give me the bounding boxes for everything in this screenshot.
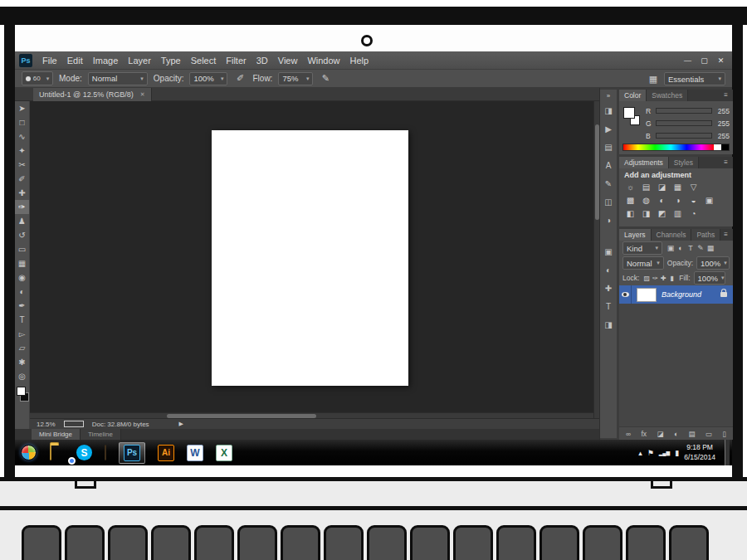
layers-footer-icon[interactable]: ▤ <box>688 430 695 438</box>
panel-tab[interactable]: Channels <box>652 229 692 241</box>
close-tab-icon[interactable]: ✕ <box>140 91 145 98</box>
eyedropper-tool[interactable]: ✐ <box>15 172 29 186</box>
flow-select[interactable]: 75%▾ <box>278 72 313 85</box>
show-desktop-button[interactable] <box>725 440 730 465</box>
history-brush-tool[interactable]: ↺ <box>15 228 29 242</box>
workspace-select[interactable]: Essentials▾ <box>664 72 725 85</box>
taskbar-minecraft[interactable] <box>105 446 106 460</box>
blur-tool[interactable]: ◉ <box>15 270 29 285</box>
panel-tab[interactable]: Adjustments <box>619 157 669 168</box>
adjustment-icon[interactable]: ◨ <box>640 208 652 219</box>
menu-item[interactable]: 3D <box>251 56 273 66</box>
adjustment-icon[interactable]: ▽ <box>687 182 700 192</box>
eraser-tool[interactable]: ▭ <box>15 242 29 256</box>
adjustment-icon[interactable]: ▦ <box>671 182 684 192</box>
type-tool[interactable]: T <box>15 313 29 327</box>
layer-filter-icon[interactable]: ▣ <box>666 244 676 252</box>
panel-icon[interactable]: ◫ <box>600 192 617 211</box>
menu-item[interactable]: File <box>37 56 62 66</box>
filter-kind-select[interactable]: Kind▾ <box>622 241 662 255</box>
healing-brush-tool[interactable]: ✚ <box>15 186 29 200</box>
panel-tab[interactable]: Layers <box>619 229 652 241</box>
channel-value[interactable]: 255 <box>715 119 730 128</box>
tray-expand-icon[interactable]: ▴ <box>638 449 642 457</box>
layer-filter-icon[interactable]: ▦ <box>706 244 715 252</box>
adjustment-icon[interactable]: ◩ <box>656 208 668 219</box>
panel-icon[interactable]: ◨ <box>600 101 617 119</box>
layer-row-background[interactable]: Background <box>619 285 733 304</box>
panel-icon[interactable]: ▤ <box>600 138 617 156</box>
fill-select[interactable]: 100%▾ <box>694 271 725 285</box>
collapse-panels-icon[interactable]: » <box>600 90 617 101</box>
panel-tab[interactable]: Styles <box>669 157 699 168</box>
battery-icon[interactable]: ▮ <box>675 449 679 457</box>
menu-item[interactable]: Help <box>345 56 374 66</box>
vertical-scrollbar[interactable] <box>593 101 599 418</box>
adjustment-icon[interactable]: ◍ <box>640 195 652 206</box>
status-menu-arrow-icon[interactable]: ▶ <box>179 421 183 427</box>
channel-slider[interactable] <box>656 120 712 126</box>
adjustment-icon[interactable]: ▩ <box>624 195 637 206</box>
lock-icon[interactable]: ✑ <box>651 275 659 282</box>
adjustment-icon[interactable]: ◐ <box>656 195 668 206</box>
panel-icon[interactable]: ◑ <box>600 211 617 229</box>
panel-icon[interactable]: ◨ <box>600 315 617 334</box>
brush-preset-picker[interactable]: 60 ▾ <box>22 71 53 85</box>
panel-icon[interactable]: ✎ <box>600 174 617 192</box>
restore-button[interactable]: ▢ <box>697 55 711 66</box>
minimize-button[interactable]: — <box>681 55 695 66</box>
adjustment-icon[interactable]: ◧ <box>624 208 637 219</box>
panel-tab[interactable]: Color <box>619 90 647 101</box>
panel-icon[interactable]: ▶ <box>600 119 617 138</box>
taskbar-clock[interactable]: 9:18 PM 6/15/2014 <box>684 443 715 461</box>
menu-item[interactable]: Window <box>302 56 344 66</box>
lock-icon[interactable]: ▨ <box>642 275 651 282</box>
horizontal-scrollbar[interactable] <box>30 412 593 418</box>
channel-slider[interactable] <box>656 108 712 114</box>
eye-icon[interactable] <box>622 292 629 297</box>
channel-value[interactable]: 255 <box>715 132 730 140</box>
gradient-tool[interactable]: ▦ <box>15 256 29 270</box>
taskbar-explorer[interactable] <box>50 446 51 460</box>
layers-footer-icon[interactable]: ▯ <box>722 430 726 438</box>
clone-stamp-tool[interactable]: ♟ <box>15 214 29 228</box>
menu-item[interactable]: View <box>273 56 303 66</box>
menu-item[interactable]: Filter <box>221 56 251 66</box>
adjustment-icon[interactable]: ▤ <box>640 182 652 192</box>
path-select-tool[interactable]: ▻ <box>15 327 29 341</box>
panel-menu-icon[interactable]: ≡ <box>720 91 731 99</box>
lock-icon[interactable]: ✚ <box>659 275 667 282</box>
layers-footer-icon[interactable]: ◪ <box>657 430 663 438</box>
bottom-tab[interactable]: Mini Bridge <box>32 429 81 440</box>
adjustment-icon[interactable]: ◑ <box>671 195 684 206</box>
action-center-flag-icon[interactable]: ⚑ <box>647 449 654 457</box>
layers-footer-icon[interactable]: fx <box>641 430 647 438</box>
lock-icon[interactable]: ▮ <box>667 275 676 282</box>
color-spectrum-ramp[interactable] <box>622 144 730 151</box>
panel-tab[interactable]: Swatches <box>647 90 688 101</box>
panel-icon[interactable]: ✚ <box>600 279 617 297</box>
adjustment-icon[interactable]: ◔ <box>687 208 700 219</box>
foreground-color-swatch[interactable] <box>623 107 635 119</box>
opacity-select[interactable]: 100%▾ <box>189 72 227 85</box>
channel-value[interactable]: 255 <box>715 107 730 115</box>
brush-tool[interactable]: ✑ <box>15 200 29 214</box>
blend-mode-select[interactable]: Normal▾ <box>622 256 664 270</box>
dodge-tool[interactable]: ◐ <box>15 285 29 299</box>
channel-slider[interactable] <box>656 133 712 139</box>
bottom-tab[interactable]: Timeline <box>81 429 121 440</box>
menu-item[interactable]: Layer <box>123 56 156 66</box>
zoom-tool[interactable]: ◎ <box>15 369 29 383</box>
layers-footer-icon[interactable]: ∞ <box>626 430 631 438</box>
adjustment-icon[interactable]: ◒ <box>687 195 700 206</box>
layer-thumbnail[interactable] <box>637 288 657 302</box>
layers-footer-icon[interactable]: ◐ <box>674 430 678 438</box>
crop-tool[interactable]: ✂ <box>15 158 29 172</box>
airbrush-icon[interactable]: ✎ <box>319 72 332 85</box>
close-button[interactable]: ✕ <box>714 55 728 66</box>
start-button[interactable] <box>21 445 37 460</box>
visibility-cell[interactable] <box>619 285 632 304</box>
move-tool[interactable]: ➤ <box>15 101 29 115</box>
panel-tab[interactable]: Paths <box>691 229 720 241</box>
foreground-color-swatch[interactable] <box>17 387 26 396</box>
